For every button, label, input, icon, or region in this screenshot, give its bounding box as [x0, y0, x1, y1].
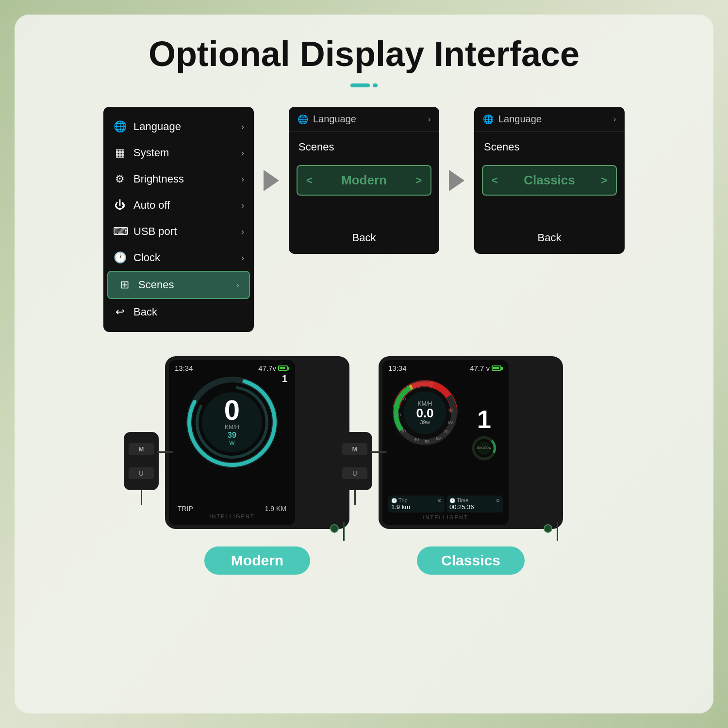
classics-cable: [557, 522, 558, 541]
power-icon: ⏻: [113, 199, 127, 212]
menu-item-scenes[interactable]: ⊞ Scenes ›: [107, 271, 250, 299]
classics-time-box: 🕐 Time ⊙ 00:25:36: [447, 496, 503, 513]
modern-top-bar: 13:34 47.7v: [173, 364, 291, 374]
classics-brand: INTELLIGENT: [386, 514, 505, 521]
classics-remote-m-button[interactable]: M: [342, 443, 367, 455]
modern-power-value: 39: [224, 431, 240, 440]
classics-time-label: Time: [457, 497, 468, 503]
classics-assist-level: 1: [477, 407, 491, 432]
svg-text:30: 30: [401, 429, 406, 433]
classics-remote-up-button[interactable]: U: [342, 467, 367, 479]
scene-prev-button[interactable]: <: [306, 174, 313, 187]
modern-assist-level: 1: [282, 373, 287, 384]
chevron-icon: ›: [241, 253, 244, 263]
menu-label-system: System: [133, 147, 234, 159]
menu-label-back: Back: [133, 306, 244, 318]
scene-back-modern[interactable]: Back: [289, 202, 439, 254]
menu-item-language[interactable]: 🌐 Language ›: [103, 114, 254, 140]
classics-screen: 13:34 47.7 v: [382, 360, 509, 525]
classics-device-container: M U 13:34 47.7 v: [379, 356, 563, 575]
dot-divider: [350, 83, 378, 87]
menu-label-brightness: Brightness: [133, 173, 234, 185]
menu-label-autooff: Auto off: [133, 199, 234, 212]
modern-brand: INTELLIGENT: [210, 513, 255, 521]
remote-up-button[interactable]: U: [129, 467, 154, 479]
svg-text:80: 80: [448, 420, 453, 425]
classics-small-gauge: 0x/100w: [471, 435, 497, 462]
svg-text:10: 10: [401, 397, 406, 401]
classics-time: 13:34: [388, 364, 407, 372]
classics-trip-value: 1.9 km: [391, 503, 442, 511]
scene-header-modern: 🌐 Language ›: [289, 107, 439, 132]
classics-top-bar: 13:34 47.7 v: [386, 364, 505, 374]
brightness-icon: ⚙: [113, 173, 127, 185]
scene-next-button[interactable]: >: [415, 174, 422, 187]
scene-next-button[interactable]: >: [601, 174, 607, 187]
svg-text:40: 40: [414, 437, 419, 442]
scene-header-title-classics: Language: [498, 114, 609, 125]
chevron-icon: ›: [241, 227, 244, 237]
system-icon: ▦: [113, 147, 127, 159]
classics-info-boxes: 🕐 Trip ⊙ 1.9 km 🕐 Time ⊙: [386, 494, 505, 514]
chevron-icon: ›: [241, 148, 244, 158]
svg-text:50: 50: [425, 439, 430, 444]
menu-label-usb: USB port: [133, 225, 234, 238]
classics-speed-display: KM/H 0.0 39w: [416, 401, 433, 425]
globe-icon: 🌐: [298, 114, 308, 125]
menu-label-scenes: Scenes: [138, 279, 230, 291]
scene-selector-modern[interactable]: < Modern >: [297, 165, 431, 196]
classics-main-area: 10 20 30 40 50 60 70 80 90: [386, 374, 505, 494]
modern-device-body: 13:34 47.7v: [165, 356, 349, 529]
classics-small-gauge-label: 0x/100w: [477, 446, 492, 450]
scene-name-modern: Modern: [341, 173, 387, 188]
chevron-icon: ›: [241, 200, 244, 211]
chevron-icon: ›: [428, 115, 430, 124]
classics-label-pill: Classics: [417, 546, 525, 575]
menu-item-brightness[interactable]: ⚙ Brightness ›: [103, 166, 254, 192]
modern-trip-value: 1.9 KM: [265, 505, 286, 513]
chevron-icon: ›: [241, 122, 244, 132]
page-title: Optional Display Interface: [149, 34, 579, 74]
modern-cable: [343, 522, 345, 541]
classics-gauge: 10 20 30 40 50 60 70 80 90: [387, 375, 463, 450]
svg-text:70: 70: [444, 430, 448, 434]
globe-icon: 🌐: [113, 120, 127, 133]
menu-item-usb[interactable]: ⌨ USB port ›: [103, 218, 254, 245]
modern-device-container: M U 13:34 47.7v: [165, 356, 349, 575]
scene-selector-classics[interactable]: < Classics >: [482, 165, 617, 196]
menu-item-autooff[interactable]: ⏻ Auto off ›: [103, 192, 254, 218]
menu-item-back[interactable]: ↩ Back: [103, 299, 254, 325]
back-icon: ↩: [113, 306, 127, 318]
chevron-icon: ›: [236, 280, 239, 290]
remote-m-button[interactable]: M: [129, 443, 154, 455]
modern-connector: [330, 524, 339, 533]
scenes-label-classics: Scenes: [474, 132, 625, 158]
classics-remote: M U: [337, 432, 372, 505]
scene-back-classics[interactable]: Back: [474, 202, 625, 254]
classics-device: M U 13:34 47.7 v: [379, 356, 563, 529]
globe-icon: 🌐: [483, 114, 494, 125]
devices-row: M U 13:34 47.7v: [39, 356, 689, 575]
menu-item-clock[interactable]: 🕐 Clock ›: [103, 245, 254, 271]
scene-screen-modern: 🌐 Language › Scenes < Modern > Back: [289, 107, 439, 254]
scene-header-title-modern: Language: [313, 114, 423, 125]
modern-device: M U 13:34 47.7v: [165, 356, 349, 529]
svg-text:90: 90: [448, 408, 453, 413]
classics-device-body: 13:34 47.7 v: [379, 356, 563, 529]
modern-speed-value: 0: [224, 396, 240, 424]
modern-speed-display: 0 KM/H 39 W: [224, 396, 240, 447]
scene-header-classics: 🌐 Language ›: [474, 107, 625, 132]
modern-time: 13:34: [175, 364, 193, 372]
menu-item-system[interactable]: ▦ System ›: [103, 140, 254, 166]
menu-screen: 🌐 Language › ▦ System › ⚙ Brightness › ⏻…: [103, 107, 254, 332]
chevron-icon: ›: [241, 174, 244, 184]
menu-label-language: Language: [133, 120, 234, 133]
modern-trip-row: TRIP 1.9 KM: [173, 502, 291, 513]
classics-trip-label: Trip: [398, 497, 408, 503]
classics-speed-value: 0.0: [416, 407, 433, 419]
classics-voltage: 47.7 v: [470, 364, 490, 372]
scenes-label-modern: Scenes: [289, 132, 439, 158]
modern-label-pill: Modern: [204, 546, 310, 575]
scene-prev-button[interactable]: <: [492, 174, 498, 187]
scene-name-classics: Classics: [524, 173, 575, 188]
